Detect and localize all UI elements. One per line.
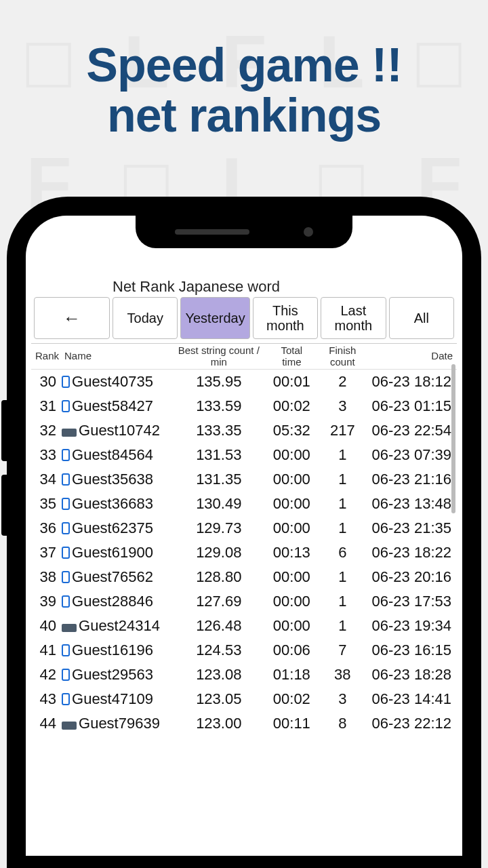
cell-date: 06-23 21:35 [371, 516, 457, 540]
cell-rank: 37 [31, 540, 60, 565]
cell-date: 06-23 07:39 [371, 443, 457, 467]
cell-best: 124.53 [169, 638, 268, 663]
col-date: Date [371, 344, 457, 370]
cell-rank: 31 [31, 394, 60, 418]
table-row[interactable]: 36Guest62375129.7300:00106-23 21:35 [31, 516, 457, 540]
table-row[interactable]: 34Guest35638131.3500:00106-23 21:16 [31, 467, 457, 492]
cell-finish: 1 [314, 492, 370, 516]
cell-date: 06-23 21:16 [371, 467, 457, 492]
phone-device-icon [62, 644, 70, 656]
table-row[interactable]: 38Guest76562128.8000:00106-23 20:16 [31, 565, 457, 589]
cell-finish: 217 [314, 418, 370, 443]
cell-best: 123.00 [169, 711, 268, 736]
col-name: Name [60, 344, 169, 370]
phone-device-icon [62, 473, 70, 486]
cell-total: 00:02 [269, 394, 315, 418]
cell-total: 00:00 [269, 467, 315, 492]
cell-date: 06-23 16:15 [371, 638, 457, 663]
cell-name: Guest47109 [60, 687, 169, 711]
cell-finish: 1 [314, 589, 370, 614]
cell-date: 06-23 22:54 [371, 418, 457, 443]
phone-device-icon [62, 669, 70, 681]
cell-best: 129.73 [169, 516, 268, 540]
cell-best: 123.05 [169, 687, 268, 711]
table-row[interactable]: 30Guest40735135.9500:01206-23 18:12 [31, 370, 457, 395]
cell-name: Guest61900 [60, 540, 169, 565]
cell-name: Guest36683 [60, 492, 169, 516]
cell-name: Guest28846 [60, 589, 169, 614]
phone-device-icon [62, 571, 70, 583]
cell-date: 06-23 14:41 [371, 687, 457, 711]
table-row[interactable]: 40Guest24314126.4800:00106-23 19:34 [31, 614, 457, 638]
phone-device-icon [62, 400, 70, 412]
tab-yesterday[interactable]: Yesterday [180, 297, 249, 339]
cell-total: 00:11 [269, 711, 315, 736]
cell-date: 06-23 13:48 [371, 492, 457, 516]
cell-finish: 1 [314, 516, 370, 540]
tab-last-month[interactable]: Last month [321, 297, 386, 339]
cell-finish: 1 [314, 614, 370, 638]
col-finish: Finish count [314, 344, 370, 370]
cell-name: Guest24314 [60, 614, 169, 638]
col-rank: Rank [31, 344, 60, 370]
tablet-device-icon [62, 722, 77, 730]
cell-name: Guest58427 [60, 394, 169, 418]
cell-total: 00:00 [269, 565, 315, 589]
ranking-table-wrap: Rank Name Best string count / min Total … [31, 343, 457, 736]
phone-device-icon [62, 547, 70, 559]
camera-icon [304, 227, 313, 237]
cell-best: 127.69 [169, 589, 268, 614]
table-row[interactable]: 37Guest61900129.0800:13606-23 18:22 [31, 540, 457, 565]
cell-date: 06-23 22:12 [371, 711, 457, 736]
cell-date: 06-23 01:15 [371, 394, 457, 418]
table-row[interactable]: 32Guest10742133.3505:3221706-23 22:54 [31, 418, 457, 443]
cell-total: 00:00 [269, 492, 315, 516]
back-button[interactable]: ← [34, 297, 110, 339]
table-row[interactable]: 31Guest58427133.5900:02306-23 01:15 [31, 394, 457, 418]
cell-name: Guest35638 [60, 467, 169, 492]
cell-date: 06-23 17:53 [371, 589, 457, 614]
table-row[interactable]: 43Guest47109123.0500:02306-23 14:41 [31, 687, 457, 711]
table-row[interactable]: 35Guest36683130.4900:00106-23 13:48 [31, 492, 457, 516]
cell-rank: 34 [31, 467, 60, 492]
cell-name: Guest40735 [60, 370, 169, 395]
cell-rank: 32 [31, 418, 60, 443]
cell-best: 123.08 [169, 663, 268, 687]
cell-rank: 30 [31, 370, 60, 395]
cell-total: 00:00 [269, 614, 315, 638]
cell-total: 05:32 [269, 418, 315, 443]
cell-date: 06-23 18:22 [371, 540, 457, 565]
cell-date: 06-23 19:34 [371, 614, 457, 638]
cell-name: Guest79639 [60, 711, 169, 736]
tab-this-month[interactable]: This month [253, 297, 318, 339]
cell-name: Guest16196 [60, 638, 169, 663]
table-row[interactable]: 42Guest29563123.0801:183806-23 18:28 [31, 663, 457, 687]
cell-date: 06-23 18:12 [371, 370, 457, 395]
cell-total: 00:00 [269, 443, 315, 467]
cell-rank: 44 [31, 711, 60, 736]
cell-date: 06-23 18:28 [371, 663, 457, 687]
tab-bar: ← Today Yesterday This month Last month … [31, 297, 457, 343]
cell-name: Guest62375 [60, 516, 169, 540]
tab-all[interactable]: All [389, 297, 454, 339]
cell-best: 135.95 [169, 370, 268, 395]
cell-best: 131.53 [169, 443, 268, 467]
scrollbar[interactable] [451, 364, 455, 513]
cell-finish: 6 [314, 540, 370, 565]
cell-date: 06-23 20:16 [371, 565, 457, 589]
cell-best: 131.35 [169, 467, 268, 492]
cell-finish: 1 [314, 467, 370, 492]
tablet-device-icon [62, 624, 77, 632]
ranking-app: Net Rank Japanese word ← Today Yesterday… [31, 277, 457, 856]
phone-frame: Net Rank Japanese word ← Today Yesterday… [7, 197, 481, 868]
table-row[interactable]: 44Guest79639123.0000:11806-23 22:12 [31, 711, 457, 736]
cell-rank: 43 [31, 687, 60, 711]
table-row[interactable]: 41Guest16196124.5300:06706-23 16:15 [31, 638, 457, 663]
cell-best: 128.80 [169, 565, 268, 589]
cell-rank: 40 [31, 614, 60, 638]
cell-finish: 3 [314, 687, 370, 711]
tab-today[interactable]: Today [113, 297, 178, 339]
cell-total: 00:00 [269, 516, 315, 540]
table-row[interactable]: 33Guest84564131.5300:00106-23 07:39 [31, 443, 457, 467]
table-row[interactable]: 39Guest28846127.6900:00106-23 17:53 [31, 589, 457, 614]
